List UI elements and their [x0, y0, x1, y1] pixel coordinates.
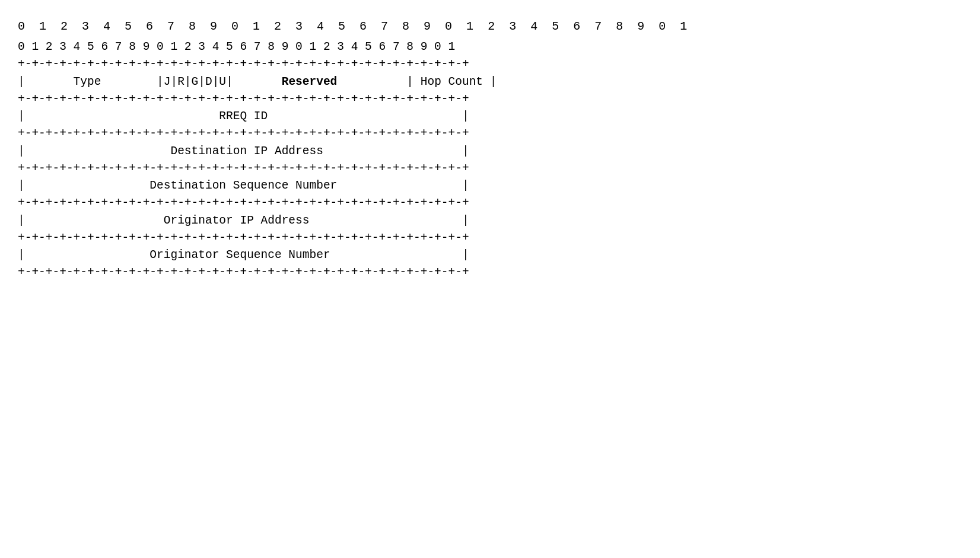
decade-labels-row: 0 1 2 3 4 5 6 7 8 9 0 1 2 3 4 5 6 7 8 9 …	[18, 18, 962, 36]
packet-diagram: 0 1 2 3 4 5 6 7 8 9 0 1 2 3 4 5 6 7 8 9 …	[18, 12, 962, 282]
full-diagram: 0 1 2 3 4 5 6 7 8 9 0 1 2 3 4 5 6 7 8 9 …	[18, 36, 962, 282]
